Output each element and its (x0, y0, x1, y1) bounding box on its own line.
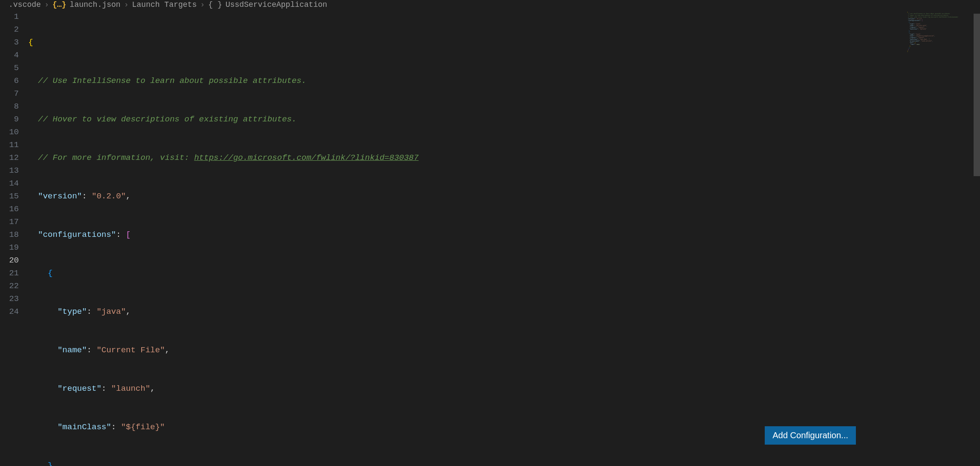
json-key: "name" (57, 345, 86, 355)
scrollbar-thumb[interactable] (974, 14, 980, 176)
json-string: "0.2.0" (92, 192, 126, 201)
json-string: "java" (97, 307, 126, 316)
json-string: "Current File" (97, 345, 165, 355)
breadcrumb-file[interactable]: launch.json (70, 0, 121, 9)
vertical-scrollbar[interactable] (974, 9, 980, 466)
brace-open: { (28, 38, 33, 47)
breadcrumb-section[interactable]: Launch Targets (132, 0, 196, 9)
comment-url[interactable]: https://go.microsoft.com/fwlink/?linkid=… (194, 153, 419, 162)
code-content[interactable]: { // Use IntelliSense to learn about pos… (28, 9, 980, 466)
minimap[interactable]: { // Use IntelliSense to learn about pos… (907, 12, 976, 54)
breadcrumb: .vscode › {…} launch.json › Launch Targe… (0, 0, 980, 9)
json-file-icon: {…} (52, 0, 66, 9)
line-number-gutter: 1 2 3 4 5 6 7 8 9 10 11 12 13 14 15 16 1… (0, 9, 28, 466)
breadcrumb-folder[interactable]: .vscode (9, 0, 41, 9)
json-string: "${file}" (121, 422, 165, 432)
chevron-right-icon: › (200, 0, 205, 9)
json-key: "version" (38, 192, 82, 201)
chevron-right-icon: › (124, 0, 129, 9)
editor[interactable]: 1 2 3 4 5 6 7 8 9 10 11 12 13 14 15 16 1… (0, 9, 980, 466)
comment: // Use IntelliSense to learn about possi… (38, 76, 306, 86)
json-key: "configurations" (38, 230, 116, 239)
json-key: "mainClass" (57, 422, 111, 432)
json-string: "launch" (111, 384, 150, 393)
breadcrumb-current[interactable]: UssdServiceApplication (226, 0, 327, 9)
comment: // For more information, visit: (38, 153, 194, 162)
json-key: "request" (57, 384, 101, 393)
comment: // Hover to view descriptions of existin… (38, 115, 297, 124)
add-configuration-button[interactable]: Add Configuration... (765, 426, 856, 445)
json-key: "type" (57, 307, 86, 316)
json-object-icon: { } (208, 0, 222, 9)
chevron-right-icon: › (45, 0, 49, 9)
